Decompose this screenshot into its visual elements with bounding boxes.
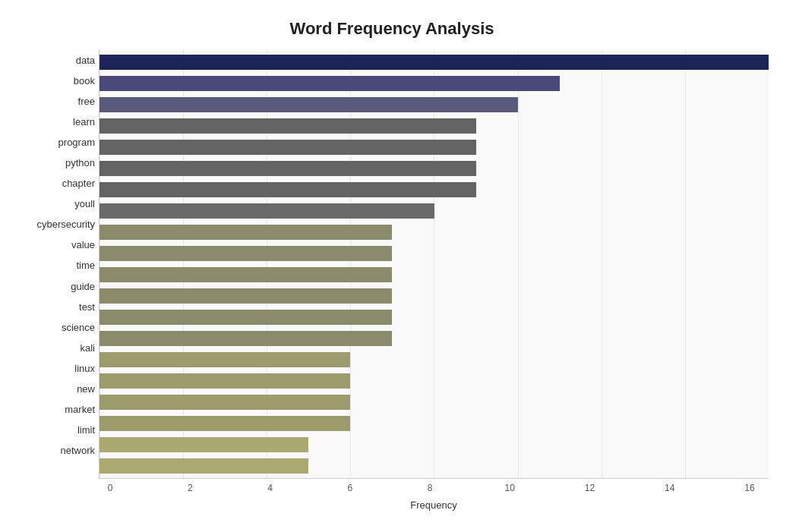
- bar-row: [99, 139, 769, 156]
- bars-section: 0246810121416 Frequency: [99, 50, 769, 461]
- bar-row: [99, 54, 769, 71]
- y-label: limit: [15, 420, 95, 440]
- bar-row: [99, 75, 769, 92]
- y-label: value: [15, 235, 95, 255]
- x-tick: 14: [658, 483, 681, 493]
- bar-row: [99, 330, 769, 347]
- x-tick: 12: [579, 483, 602, 493]
- bar-row: [99, 394, 769, 411]
- bar: [99, 203, 434, 219]
- bar-row: [99, 118, 769, 134]
- bar: [99, 76, 560, 91]
- y-label: book: [15, 71, 95, 91]
- bar-row: [99, 224, 769, 241]
- y-label: program: [15, 132, 95, 153]
- bar: [99, 395, 350, 410]
- bar-row: [99, 436, 769, 453]
- bar: [99, 118, 476, 134]
- bar: [99, 161, 476, 176]
- bar-row: [99, 288, 769, 304]
- y-label: chapter: [15, 173, 95, 194]
- bar: [99, 182, 476, 197]
- bar-row: [99, 351, 769, 368]
- y-labels: databookfreelearnprogrampythonchapteryou…: [15, 50, 99, 461]
- bar-row: [99, 96, 769, 113]
- x-tick: 10: [498, 483, 521, 493]
- x-axis: 0246810121416: [99, 483, 769, 493]
- chart-area: databookfreelearnprogrampythonchapteryou…: [15, 50, 769, 461]
- y-label: science: [15, 317, 95, 338]
- bar-row: [99, 245, 769, 262]
- bar: [99, 352, 350, 367]
- bar-row: [99, 458, 769, 474]
- y-label: market: [15, 399, 95, 420]
- bar-row: [99, 266, 769, 283]
- bar-row: [99, 309, 769, 326]
- y-label: cybersecurity: [15, 214, 95, 235]
- y-label: python: [15, 153, 95, 173]
- bar: [99, 97, 518, 112]
- x-tick: 6: [339, 483, 362, 493]
- bar: [99, 331, 392, 346]
- y-label: new: [15, 379, 95, 399]
- y-label: test: [15, 297, 95, 317]
- chart-title: Word Frequency Analysis: [15, 15, 769, 39]
- bar-row: [99, 181, 769, 198]
- bar: [99, 246, 392, 261]
- bar-row: [99, 160, 769, 177]
- bars-container: [99, 50, 769, 479]
- x-axis-label: Frequency: [99, 499, 769, 511]
- bar-row: [99, 203, 769, 219]
- y-label: learn: [15, 112, 95, 132]
- y-label: free: [15, 91, 95, 112]
- bar: [99, 416, 350, 431]
- x-tick: 0: [99, 483, 122, 493]
- bar-row: [99, 373, 769, 389]
- y-label: time: [15, 255, 95, 275]
- bar: [99, 225, 392, 240]
- x-tick: 16: [738, 483, 761, 493]
- bar-row: [99, 415, 769, 432]
- y-label: guide: [15, 276, 95, 297]
- y-label: data: [15, 50, 95, 71]
- y-label: kali: [15, 338, 95, 358]
- bar: [99, 437, 308, 452]
- bar: [99, 373, 350, 389]
- x-tick: 2: [178, 483, 201, 493]
- y-label: youll: [15, 194, 95, 214]
- bar: [99, 55, 769, 70]
- bar: [99, 288, 392, 304]
- chart-container: Word Frequency Analysis databookfreelear…: [0, 0, 799, 532]
- x-tick: 8: [418, 483, 441, 493]
- y-label: linux: [15, 358, 95, 379]
- bar: [99, 267, 392, 282]
- bar: [99, 140, 476, 155]
- y-label: network: [15, 440, 95, 461]
- bar: [99, 458, 308, 474]
- bar: [99, 310, 392, 325]
- x-tick: 4: [259, 483, 282, 493]
